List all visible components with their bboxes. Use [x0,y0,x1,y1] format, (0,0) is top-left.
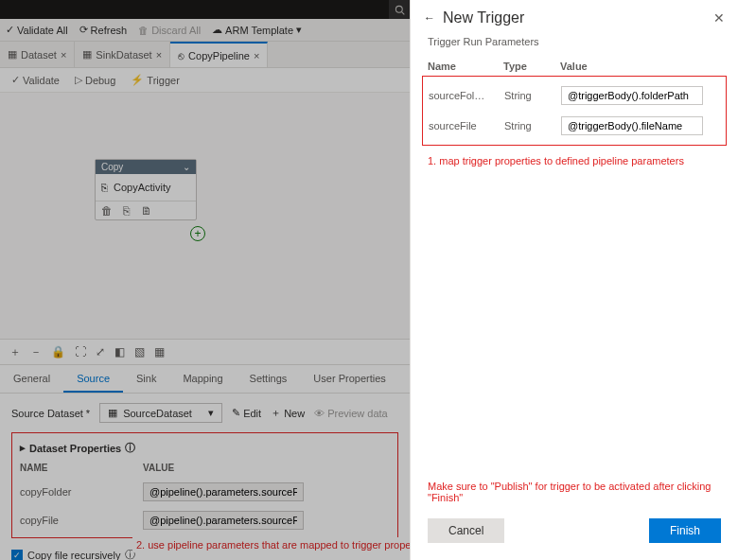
chevron-down-icon: ▾ [296,24,302,36]
back-icon[interactable]: ← [424,11,435,25]
param-name: sourceFol… [429,90,504,101]
close-icon[interactable]: × [254,50,259,61]
param-value-input[interactable] [561,86,703,105]
tab-sink-dataset[interactable]: ▦ SinkDataset × [75,42,170,67]
template-icon: ☁ [212,24,222,36]
param-type: String [504,120,561,131]
trash-icon: 🗑 [138,25,149,36]
panel-subtitle: Trigger Run Parameters [411,32,738,57]
source-dataset-value: SourceDataset [123,408,192,419]
dataset-icon: ▦ [108,407,117,419]
tab-dataset[interactable]: ▦ Dataset × [0,42,75,67]
recursive-checkbox[interactable]: ✓ [11,550,23,561]
fit-icon[interactable]: ⛶ [75,345,86,359]
delete-icon[interactable]: 🗑 [101,205,112,216]
clone-icon[interactable]: ⎘ [121,205,132,216]
source-dataset-label: Source Dataset * [11,408,90,419]
activity-name: CopyActivity [114,182,171,193]
zoom-out-icon[interactable]: － [30,344,42,360]
prop-tab-sink[interactable]: Sink [123,365,169,393]
validate-all-button[interactable]: ✓ Validate All [6,24,68,36]
align-icon[interactable]: ▧ [134,345,145,359]
trigger-label: Trigger [147,75,179,86]
col-name: Name [428,61,503,72]
discard-all-label: Discard All [151,25,201,36]
param-value-input[interactable] [143,511,304,530]
pencil-icon: ✎ [232,407,240,419]
annotation-2: 2. use pipeline parameters that are mapp… [132,537,434,552]
dataset-properties-title: Dataset Properties [29,443,121,454]
dataset-icon: ▦ [82,48,92,61]
param-value-input[interactable] [143,482,304,501]
panel-title: New Trigger [443,9,706,26]
publish-warning: Make sure to "Publish" for trigger to be… [411,475,738,509]
recursive-label: Copy file recursively [27,550,120,561]
close-icon[interactable]: ✕ [713,10,725,26]
col-type: Type [503,61,560,72]
info-icon[interactable]: 🗎 [141,205,151,216]
edit-button[interactable]: ✎Edit [232,407,261,419]
close-icon[interactable]: × [156,49,162,61]
info-icon[interactable]: ⓘ [125,441,135,455]
tab-dataset-label: Dataset [21,49,57,61]
search-icon[interactable] [389,0,410,19]
eye-icon: 👁 [314,408,325,419]
prop-tab-mapping[interactable]: Mapping [169,365,236,393]
prop-tab-settings[interactable]: Settings [237,365,301,393]
param-row: sourceFile String [429,111,720,141]
param-name: sourceFile [429,120,504,131]
svg-line-1 [401,11,404,14]
close-icon[interactable]: × [61,49,66,61]
validate-button[interactable]: ✓Validate [11,74,60,86]
tab-copy-pipeline[interactable]: ⎋ CopyPipeline × [170,42,268,67]
autolayout-icon[interactable]: ◧ [114,345,125,359]
debug-button[interactable]: ▷Debug [75,74,115,86]
annotation-1: 1. map trigger properties to defined pip… [411,146,738,176]
source-dataset-dropdown[interactable]: ▦ SourceDataset ▾ [99,403,222,423]
trigger-params-box: sourceFol… String sourceFile String [422,76,727,146]
collapse-icon[interactable]: ▸ [20,442,26,454]
table-row: copyFolder [20,482,390,501]
svg-point-0 [395,6,402,12]
refresh-button[interactable]: ⟳ Refresh [79,24,128,36]
param-name: copyFolder [20,486,143,498]
validate-all-label: Validate All [17,25,68,36]
col-value: Value [560,61,588,72]
dataset-icon: ▦ [8,48,17,61]
canvas-toolbar: ＋ － 🔒 ⛶ ⤢ ◧ ▧ ▦ [0,339,410,365]
arm-template-button[interactable]: ☁ ARM Template ▾ [212,24,302,36]
debug-label: Debug [85,75,115,86]
activity-type: Copy [101,162,123,172]
new-button[interactable]: ＋New [271,406,305,420]
preview-label: Preview data [327,408,388,419]
prop-tab-source[interactable]: Source [63,365,123,393]
cancel-button[interactable]: Cancel [428,518,504,543]
preview-button: 👁Preview data [314,408,388,419]
param-value-input[interactable] [561,116,703,135]
dataset-properties-box: ▸ Dataset Properties ⓘ NAME VALUE copyFo… [11,432,398,538]
zoom-in-icon[interactable]: ＋ [9,344,21,360]
new-trigger-panel: ← New Trigger ✕ Trigger Run Parameters N… [410,0,738,560]
chevron-down-icon: ▾ [208,407,214,419]
copy-activity-node[interactable]: Copy⌄ ⎘ CopyActivity 🗑 ⎘ 🗎 + [95,159,197,220]
refresh-label: Refresh [91,25,128,36]
refresh-icon: ⟳ [79,24,88,36]
prop-tab-user-properties[interactable]: User Properties [300,365,398,393]
param-type: String [504,90,561,101]
arm-template-label: ARM Template [225,25,293,36]
discard-all-button[interactable]: 🗑 Discard All [138,25,201,36]
grid-icon[interactable]: ▦ [154,345,165,359]
check-icon: ✓ [6,24,14,36]
expand-icon[interactable]: ⤢ [96,345,105,359]
lock-icon[interactable]: 🔒 [51,345,65,359]
table-row: copyFile [20,511,390,530]
prop-tab-general[interactable]: General [0,365,63,393]
finish-button[interactable]: Finish [649,518,721,543]
add-output-button[interactable]: + [190,226,205,241]
pipeline-icon: ⎋ [178,50,184,61]
col-name: NAME [20,463,143,473]
new-label: New [284,408,305,419]
trigger-button[interactable]: ⚡Trigger [131,74,179,86]
param-name: copyFile [20,515,143,526]
copy-icon: ⎘ [101,182,108,193]
